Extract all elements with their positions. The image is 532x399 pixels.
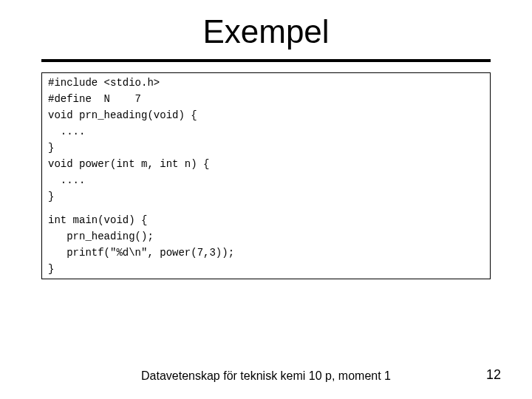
code-cell: #include <stdio.h> — [42, 75, 490, 91]
code-cell: .... — [42, 123, 490, 140]
code-line: } — [42, 140, 490, 156]
code-line: .... — [42, 123, 490, 140]
code-table: #include <stdio.h> #define N 7 void prn_… — [42, 75, 490, 277]
code-line: } — [42, 188, 490, 205]
code-line: } — [42, 261, 490, 277]
code-line: .... — [42, 172, 490, 188]
title-divider — [41, 59, 491, 62]
page-title: Exempel — [0, 0, 532, 55]
code-cell: int main(void) { — [42, 212, 490, 228]
code-cell: #define N 7 — [42, 91, 490, 107]
footer: Datavetenskap för teknisk kemi 10 p, mom… — [0, 369, 532, 383]
code-line: printf("%d\n", power(7,3)); — [42, 245, 490, 261]
code-cell: } — [42, 188, 490, 205]
code-cell: } — [42, 140, 490, 156]
code-line: prn_heading(); — [42, 228, 490, 245]
slide: Exempel #include <stdio.h> #define N 7 v… — [0, 0, 532, 399]
code-line: void power(int m, int n) { — [42, 156, 490, 172]
code-line: int main(void) { — [42, 212, 490, 228]
code-cell: printf("%d\n", power(7,3)); — [42, 245, 490, 261]
code-line: #define N 7 — [42, 91, 490, 107]
code-cell: } — [42, 261, 490, 277]
code-box: #include <stdio.h> #define N 7 void prn_… — [41, 72, 491, 279]
code-line: #include <stdio.h> — [42, 75, 490, 91]
footer-text: Datavetenskap för teknisk kemi 10 p, mom… — [0, 369, 532, 383]
code-cell: prn_heading(); — [42, 228, 490, 245]
code-cell: void power(int m, int n) { — [42, 156, 490, 172]
code-cell — [42, 205, 490, 212]
page-number: 12 — [486, 367, 501, 383]
code-line: void prn_heading(void) { — [42, 107, 490, 123]
code-cell: .... — [42, 172, 490, 188]
code-blank-line — [42, 205, 490, 212]
code-cell: void prn_heading(void) { — [42, 107, 490, 123]
